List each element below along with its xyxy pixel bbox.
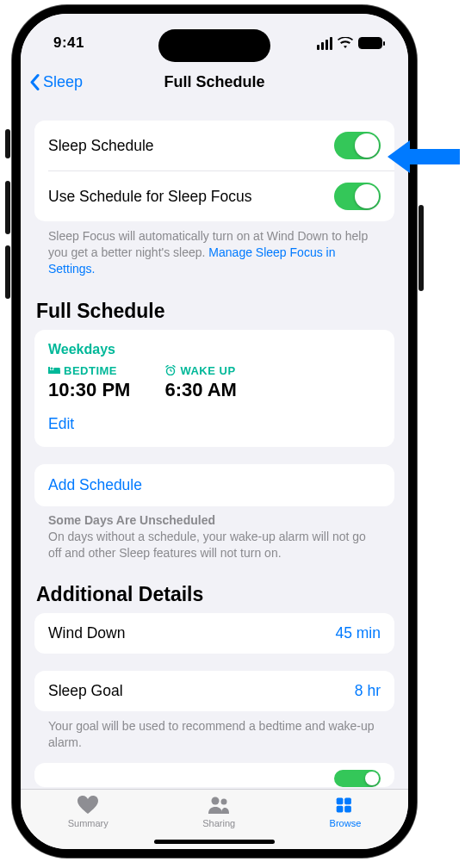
bedtime-label: BEDTIME <box>64 364 117 377</box>
svg-rect-1 <box>48 367 50 370</box>
people-icon <box>207 795 231 815</box>
unscheduled-body: On days without a schedule, your wake-up… <box>34 527 394 561</box>
alarm-clock-icon <box>164 365 177 375</box>
sleep-goal-card: Sleep Goal 8 hr <box>34 671 394 711</box>
svg-rect-11 <box>337 797 344 804</box>
svg-rect-12 <box>344 797 351 804</box>
back-button[interactable]: Sleep <box>29 73 83 91</box>
phone-frame: 9:41 Sleep Full Schedule Sleep Schedule <box>12 5 417 858</box>
battery-icon <box>358 37 382 49</box>
callout-arrow-icon <box>388 135 460 178</box>
back-label: Sleep <box>43 73 83 91</box>
full-schedule-header: Full Schedule <box>34 277 394 330</box>
unscheduled-header: Some Days Are Unscheduled <box>34 506 394 527</box>
next-card-peek <box>34 763 394 787</box>
home-indicator <box>154 840 275 844</box>
svg-rect-3 <box>53 368 60 370</box>
additional-details-header: Additional Details <box>34 561 394 613</box>
volume-down-button <box>5 245 10 299</box>
svg-rect-14 <box>344 806 351 813</box>
grid-icon <box>333 795 357 815</box>
wakeup-column: WAKE UP 6:30 AM <box>164 364 237 401</box>
wind-down-value: 45 min <box>335 624 381 642</box>
focus-footer-text: Sleep Focus will automatically turn on a… <box>34 221 394 277</box>
wind-down-card: Wind Down 45 min <box>34 613 394 654</box>
tab-sharing-label: Sharing <box>202 818 235 828</box>
wakeup-value: 6:30 AM <box>164 379 237 401</box>
content-area: Sleep Schedule Use Schedule for Sleep Fo… <box>21 103 408 789</box>
svg-rect-13 <box>337 806 344 813</box>
wind-down-label: Wind Down <box>48 624 125 642</box>
chevron-left-icon <box>29 73 40 90</box>
edit-schedule-button[interactable]: Edit <box>48 415 381 433</box>
svg-point-9 <box>212 797 220 805</box>
sleep-schedule-label: Sleep Schedule <box>48 137 154 155</box>
svg-marker-15 <box>388 140 460 173</box>
svg-line-5 <box>166 366 168 368</box>
tab-browse[interactable]: Browse <box>330 795 362 849</box>
svg-point-2 <box>51 368 53 370</box>
wifi-icon <box>338 37 353 49</box>
svg-rect-0 <box>48 370 60 374</box>
tab-browse-label: Browse <box>330 818 362 828</box>
heart-icon <box>76 795 100 815</box>
status-time: 9:41 <box>53 34 84 52</box>
bedtime-value: 10:30 PM <box>48 379 130 401</box>
add-schedule-card: Add Schedule <box>34 464 394 506</box>
tab-summary[interactable]: Summary <box>68 795 108 849</box>
page-title: Full Schedule <box>164 73 264 91</box>
bedtime-column: BEDTIME 10:30 PM <box>48 364 130 401</box>
wakeup-label: WAKE UP <box>180 364 235 377</box>
svg-point-10 <box>221 799 227 805</box>
sleep-goal-value: 8 hr <box>355 682 381 700</box>
add-schedule-button[interactable]: Add Schedule <box>34 464 394 506</box>
use-focus-label: Use Schedule for Sleep Focus <box>48 188 251 206</box>
tab-summary-label: Summary <box>68 818 108 828</box>
sleep-schedule-toggle[interactable] <box>334 132 381 159</box>
wind-down-row[interactable]: Wind Down 45 min <box>34 613 394 654</box>
sleep-goal-footer: Your goal will be used to recommend a be… <box>34 711 394 751</box>
volume-silent-switch <box>5 129 10 158</box>
nav-bar: Sleep Full Schedule <box>21 60 408 103</box>
sleep-toggles-card: Sleep Schedule Use Schedule for Sleep Fo… <box>34 121 394 221</box>
use-focus-toggle[interactable] <box>334 183 381 210</box>
weekday-schedule-card: Weekdays BEDTIME 10:30 PM <box>34 330 394 447</box>
bed-icon <box>48 365 60 375</box>
next-toggle-peek[interactable] <box>334 770 381 787</box>
power-button <box>418 205 424 291</box>
sleep-schedule-row: Sleep Schedule <box>34 121 394 170</box>
sleep-goal-row[interactable]: Sleep Goal 8 hr <box>34 671 394 711</box>
use-focus-row: Use Schedule for Sleep Focus <box>34 171 394 221</box>
svg-line-6 <box>173 366 175 368</box>
volume-up-button <box>5 181 10 234</box>
dynamic-island <box>158 29 270 62</box>
sleep-goal-label: Sleep Goal <box>48 682 123 700</box>
cellular-signal-icon <box>317 37 332 50</box>
schedule-days-label: Weekdays <box>48 342 115 356</box>
